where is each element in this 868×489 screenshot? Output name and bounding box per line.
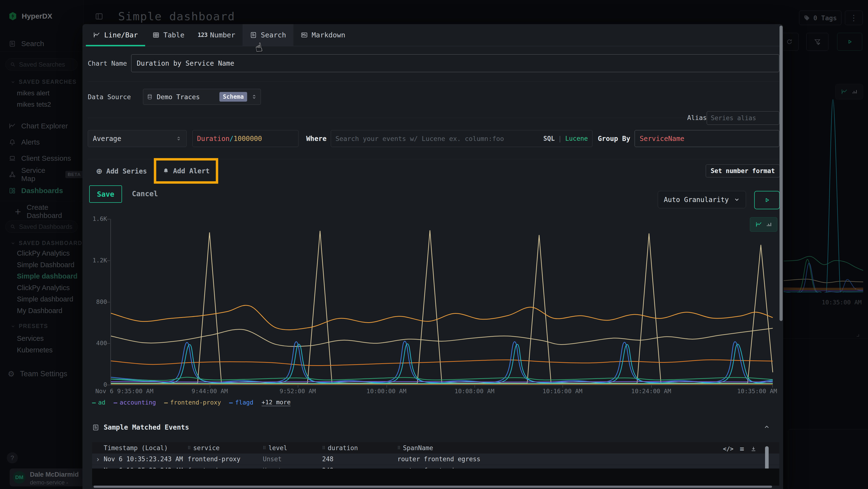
legend-more-link[interactable]: +12 more: [261, 399, 290, 406]
column-header-spanname[interactable]: ⠿SpanName: [397, 444, 779, 452]
events-table-header: Timestamp (Local)⠿service⠿level⠿duration…: [92, 442, 779, 454]
divider: [88, 81, 779, 82]
data-source-select[interactable]: Demo Traces Schema: [143, 89, 261, 105]
filter-lines-icon[interactable]: ≡: [740, 444, 744, 453]
y-tick-mark: [107, 260, 110, 261]
y-tick-label: 400: [87, 340, 107, 347]
legend-item-flagd[interactable]: —flagd: [229, 399, 253, 406]
aggregation-select[interactable]: Average: [88, 130, 187, 147]
x-tick-label: 9:44:00 AM: [191, 387, 228, 395]
add-alert-button[interactable]: Add Alert: [173, 167, 210, 175]
y-tick-label: 800: [87, 298, 107, 305]
chart-name-input[interactable]: [131, 54, 779, 72]
y-tick-label: 1.2K: [87, 257, 107, 264]
modal-scrollbar[interactable]: [779, 26, 783, 321]
updown-chevrons-icon: [176, 136, 182, 141]
data-source-row: Data Source Demo Traces Schema: [88, 88, 779, 105]
legend-item-frontend-proxy[interactable]: —frontend-proxy: [164, 399, 221, 406]
column-header-timestamp-local[interactable]: Timestamp (Local): [104, 444, 188, 452]
tab-bar: Line/BarTable123NumberSearchMarkdown: [83, 24, 783, 46]
tab-markdown[interactable]: Markdown: [293, 24, 353, 46]
x-tick-label: 10:35:00 AM: [737, 387, 777, 395]
events-table: Timestamp (Local)⠿service⠿level⠿duration…: [92, 442, 779, 454]
x-tick-label: 10:16:00 AM: [542, 387, 583, 395]
granularity-value: Auto Granularity: [664, 196, 734, 204]
series-series-tan: [111, 328, 773, 346]
expand-row-icon[interactable]: ›: [92, 455, 104, 463]
alias-input[interactable]: [707, 111, 779, 125]
drag-handle-icon[interactable]: ⠿: [188, 445, 191, 450]
column-header-duration[interactable]: ⠿duration: [322, 444, 397, 452]
drag-handle-icon[interactable]: ⠿: [397, 445, 401, 450]
event-cell: frontend-proxy: [188, 456, 263, 463]
column-header-level[interactable]: ⠿level: [263, 444, 322, 452]
granularity-select[interactable]: Auto Granularity: [658, 191, 746, 208]
data-source-value: Demo Traces: [157, 93, 216, 100]
x-tick-label: 10:00:00 AM: [367, 387, 406, 395]
cancel-button[interactable]: Cancel: [132, 185, 158, 202]
set-number-format-button[interactable]: Set number format: [706, 164, 780, 177]
play-icon: [763, 197, 771, 204]
app-root: HyperDX Search Saved Searches SAVED SEAR…: [0, 0, 868, 489]
table-icon: [152, 31, 160, 39]
horizontal-scrollbar[interactable]: [94, 486, 772, 488]
search-icon: [250, 31, 257, 39]
events-rows: ›Nov 6 10:35:23.243 AMfrontend-proxyUnse…: [92, 454, 779, 468]
add-series-button[interactable]: ⊕ Add Series: [96, 165, 147, 177]
tab-search[interactable]: Search: [243, 24, 293, 46]
event-cell: Nov 6 10:35:23.243 AM: [104, 456, 188, 463]
y-tick-mark: [107, 219, 110, 220]
tab-table[interactable]: Table: [145, 24, 192, 46]
legend-item-accounting[interactable]: —accounting: [114, 399, 156, 406]
data-source-label: Data Source: [88, 93, 143, 100]
markdown-icon: [301, 31, 308, 39]
column-header-service[interactable]: ⠿service: [188, 444, 263, 452]
lucene-mode-button[interactable]: Lucene: [565, 135, 588, 142]
legend-swatch: —: [92, 399, 96, 406]
legend-swatch: —: [229, 399, 233, 406]
list-icon: [92, 424, 99, 431]
tab-number[interactable]: 123Number: [192, 24, 243, 46]
series-series-teal: [111, 344, 773, 383]
code-view-icon[interactable]: </>: [723, 445, 734, 452]
legend-swatch: —: [164, 399, 168, 406]
event-cell: frontend-proxy: [188, 467, 263, 468]
x-tick-mark: [298, 385, 298, 387]
schema-badge[interactable]: Schema: [219, 92, 247, 102]
add-alert-annotation-box: Add Alert: [154, 158, 218, 184]
event-cell: router frontend egress: [397, 467, 779, 468]
save-button[interactable]: Save: [89, 185, 122, 203]
legend-item-ad[interactable]: —ad: [92, 399, 105, 406]
field-expression-input[interactable]: Duration/1000000: [192, 130, 299, 147]
drag-handle-icon[interactable]: ⠿: [263, 445, 266, 450]
event-cell: router frontend egress: [397, 456, 779, 463]
collapse-section-icon[interactable]: [763, 424, 770, 431]
event-row[interactable]: ›Nov 6 10:35:23.243 AMfrontend-proxyUnse…: [92, 454, 779, 465]
x-tick-mark: [772, 385, 773, 387]
events-toolbar: </> ≡: [723, 444, 756, 453]
y-tick-label: 1.6K: [87, 215, 107, 222]
x-tick-label: 10:24:00 AM: [631, 387, 671, 395]
y-tick-mark: [107, 385, 110, 385]
chart-name-row: Chart Name: [88, 54, 779, 73]
expand-row-icon[interactable]: ›: [92, 466, 104, 469]
legend-swatch: —: [114, 399, 117, 406]
event-cell: Unset: [263, 467, 322, 468]
chart-name-label: Chart Name: [88, 60, 131, 67]
event-cell: Unset: [263, 456, 322, 463]
drag-handle-icon[interactable]: ⠿: [322, 445, 325, 450]
x-tick-label: 9:52:00 AM: [280, 387, 316, 395]
y-tick-mark: [107, 302, 110, 303]
tab-line-bar[interactable]: Line/Bar: [86, 24, 145, 46]
download-icon[interactable]: [750, 446, 756, 452]
divider: [88, 118, 687, 118]
preview-run-button[interactable]: [754, 191, 780, 209]
sql-mode-button[interactable]: SQL: [544, 135, 555, 142]
event-row[interactable]: ›Nov 6 10:35:23.243 AMfrontend-proxyUnse…: [92, 465, 779, 468]
database-icon: [147, 94, 153, 100]
sample-events-header[interactable]: Sample Matched Events: [92, 423, 189, 431]
where-search-input[interactable]: Search your events w/ Lucene ex. column:…: [331, 130, 592, 147]
group-by-input[interactable]: [634, 130, 779, 147]
number-icon: 123: [199, 31, 206, 39]
series-editor-row: Average Duration/1000000 Where Search yo…: [88, 130, 779, 147]
